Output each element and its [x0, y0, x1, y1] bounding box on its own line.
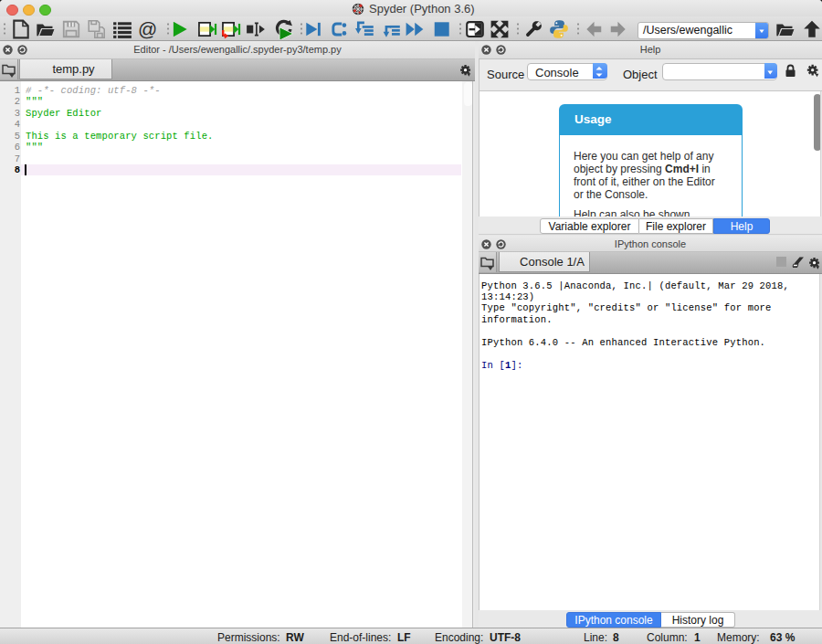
svg-text:@: @	[138, 19, 157, 39]
